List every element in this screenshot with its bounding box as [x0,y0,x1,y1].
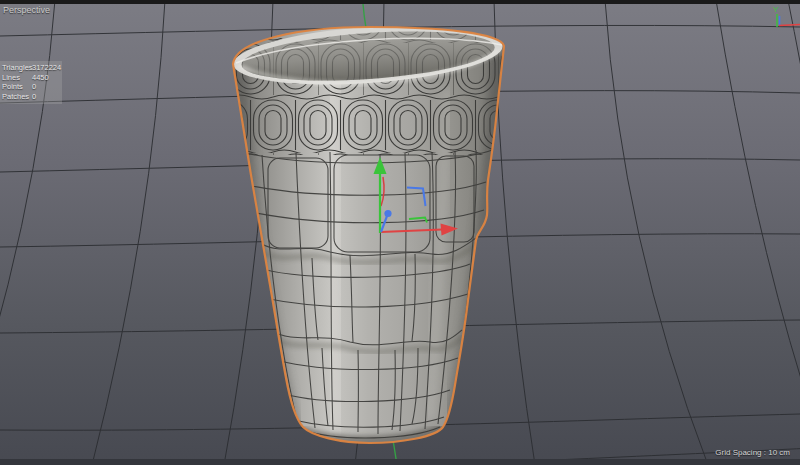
stat-value: 0 [32,82,60,92]
stats-row-triangles: Triangles 3172224 [2,63,60,73]
3d-viewport-window: Perspective Triangles 3172224 Lines 4450… [0,0,800,465]
stat-value: 3172224 [32,63,61,73]
stats-row-lines: Lines 4450 [2,73,60,83]
orientation-axis-indicator: Y [766,2,800,38]
stat-value: 4450 [32,73,60,83]
stat-label: Points [2,82,32,92]
mesh-stats-panel: Triangles 3172224 Lines 4450 Points 0 Pa… [0,61,62,104]
stat-label: Lines [2,73,32,83]
stats-row-patches: Patches 0 [2,92,60,102]
stat-label: Patches [2,92,32,102]
axis-y-label: Y [773,5,779,14]
stats-row-points: Points 0 [2,82,60,92]
axis-x-line [779,25,800,26]
viewport-top-bar [0,0,800,4]
stat-label: Triangles [2,63,32,73]
grid-spacing-label: Grid Spacing : 10 cm [715,448,790,457]
3d-viewport[interactable] [0,0,800,465]
viewport-bottom-bar [0,459,800,465]
viewport-mode-label[interactable]: Perspective [3,5,50,15]
stat-value: 0 [32,92,60,102]
